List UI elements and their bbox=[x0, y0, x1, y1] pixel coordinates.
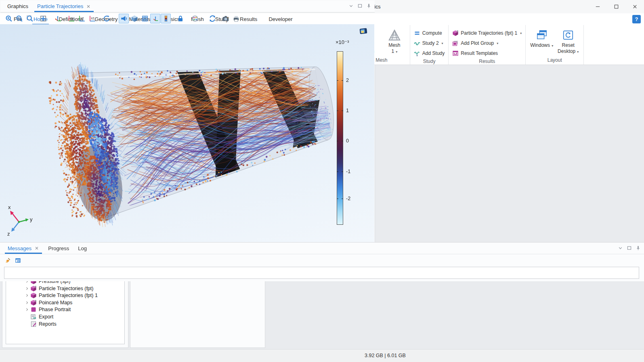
chevron-down-icon: ▾ bbox=[497, 42, 498, 45]
tab-messages[interactable]: Messages bbox=[3, 243, 44, 254]
result-templates-icon bbox=[452, 50, 459, 56]
svg-text:xz: xz bbox=[91, 16, 94, 20]
tree-item-reports[interactable]: Reports bbox=[6, 320, 124, 328]
plot-group-cube-icon bbox=[452, 30, 459, 36]
windows-icon bbox=[536, 28, 548, 42]
svg-text:xy: xy bbox=[70, 16, 73, 20]
view-grid-icon[interactable] bbox=[140, 14, 150, 23]
minimize-button[interactable] bbox=[588, 0, 607, 13]
graphics-tab-bar: GraphicsParticle Trajectories bbox=[0, 0, 375, 13]
tab-particle-trajectories[interactable]: Particle Trajectories bbox=[33, 0, 95, 12]
tree-item-particle-trajectories-fpt-[interactable]: Particle Trajectories (fpt) bbox=[6, 285, 124, 292]
ribbon-button-reset-desktop[interactable]: ResetDesktop ▾ bbox=[556, 27, 581, 54]
ribbon-group-label: Layout bbox=[529, 57, 581, 65]
ribbon-group-study: ComputeStudy 2▾Add StudyStudy bbox=[410, 25, 449, 65]
lock-view-icon[interactable] bbox=[175, 14, 185, 23]
graphics-canvas[interactable]: ×10⁻³ 210-1-2 x y z bbox=[0, 24, 374, 242]
add-plot-group-icon bbox=[452, 40, 459, 46]
clear-log-icon[interactable] bbox=[5, 257, 11, 264]
tree-item-phase-portrait[interactable]: Phase Portrait bbox=[6, 306, 124, 314]
close-button[interactable] bbox=[625, 0, 644, 13]
ribbon-button-compute[interactable]: Compute bbox=[413, 28, 443, 38]
scene-light-icon[interactable] bbox=[129, 14, 139, 23]
messages-panel: MessagesProgressLog bbox=[0, 242, 644, 281]
close-icon[interactable] bbox=[34, 246, 39, 251]
zoom-extents-icon[interactable] bbox=[38, 14, 48, 23]
print-icon[interactable] bbox=[231, 14, 241, 23]
image-snapshot-icon[interactable] bbox=[220, 14, 231, 23]
pin-icon[interactable] bbox=[366, 3, 371, 8]
tab-graphics[interactable]: Graphics bbox=[3, 0, 33, 12]
caret-icon[interactable] bbox=[618, 245, 623, 251]
zoom-out-icon[interactable] bbox=[14, 14, 24, 23]
svg-text:yz: yz bbox=[80, 16, 84, 20]
tab-label: Messages bbox=[8, 245, 31, 251]
status-bar: 3.92 GB | 6.01 GB bbox=[0, 349, 644, 362]
tree-item-particle-trajectories-fpt-1[interactable]: Particle Trajectories (fpt) 1 bbox=[6, 292, 124, 299]
zoom-box-icon[interactable] bbox=[25, 14, 35, 23]
messages-output[interactable] bbox=[4, 267, 639, 279]
close-icon[interactable] bbox=[86, 4, 91, 9]
ribbon-group-label: Results bbox=[451, 58, 522, 65]
chevron-right-icon[interactable] bbox=[24, 293, 30, 297]
update-plot-icon[interactable] bbox=[207, 14, 217, 23]
float-icon[interactable] bbox=[357, 3, 363, 8]
messages-tab-bar: MessagesProgressLog bbox=[0, 243, 644, 254]
trajectories-3d-plot[interactable] bbox=[0, 24, 374, 242]
float-icon[interactable] bbox=[627, 245, 632, 251]
phase-portrait-icon bbox=[30, 306, 37, 313]
ribbon-button-study-2[interactable]: Study 2▾ bbox=[413, 38, 444, 48]
colorbar-exponent: ×10⁻³ bbox=[336, 39, 349, 45]
svg-text:y: y bbox=[30, 216, 33, 222]
menu-developer[interactable]: Developer bbox=[263, 13, 298, 25]
help-icon[interactable]: ? bbox=[632, 15, 641, 23]
panel-controls bbox=[348, 3, 371, 8]
ribbon-button-add-study[interactable]: Add Study bbox=[413, 48, 445, 58]
colorbar-tick-mark bbox=[342, 172, 343, 172]
ribbon-button-add-plot-group[interactable]: Add Plot Group▾ bbox=[451, 38, 499, 48]
plot-group-cube-icon bbox=[30, 285, 37, 292]
log-window-icon[interactable] bbox=[15, 257, 21, 264]
colorbar-tick-mark bbox=[337, 172, 338, 172]
tree-item-poincar-maps[interactable]: Poincaré Maps bbox=[6, 299, 124, 306]
plot-thumbnail-icon[interactable] bbox=[359, 27, 368, 36]
zoom-in-icon[interactable] bbox=[4, 14, 14, 23]
colorbar-tick-mark bbox=[337, 111, 338, 111]
add-study-icon bbox=[414, 50, 420, 56]
rotate-icon[interactable] bbox=[101, 14, 111, 23]
chevron-right-icon[interactable] bbox=[24, 301, 30, 305]
tree-item-export[interactable]: Export bbox=[6, 313, 124, 320]
environment-icon[interactable] bbox=[190, 14, 200, 23]
colorbar-tick-label: -2 bbox=[346, 196, 350, 201]
chevron-down-icon: ▾ bbox=[395, 50, 397, 54]
view-yz-icon[interactable]: yz bbox=[76, 14, 86, 23]
tab-log[interactable]: Log bbox=[73, 243, 91, 254]
maximize-button[interactable] bbox=[607, 0, 625, 13]
svg-text:x: x bbox=[8, 204, 11, 210]
caret-icon[interactable] bbox=[348, 3, 354, 8]
ribbon-button-mesh-1[interactable]: Mesh1 ▾ bbox=[382, 27, 407, 54]
ribbon-group-layout: Windows ▾ResetDesktop ▾Layout bbox=[526, 25, 584, 65]
default-view-icon[interactable] bbox=[52, 14, 63, 23]
panel-controls bbox=[618, 245, 641, 251]
colorbar-tick-mark bbox=[342, 141, 343, 141]
colorbar-tick-label: 1 bbox=[346, 108, 349, 113]
compute-icon bbox=[414, 30, 420, 36]
axis-orientation-icon[interactable] bbox=[150, 14, 160, 23]
chevron-right-icon[interactable] bbox=[24, 308, 30, 312]
chevron-right-icon[interactable] bbox=[24, 287, 30, 291]
ribbon-button-windows[interactable]: Windows ▾ bbox=[529, 27, 555, 48]
transparency-icon[interactable] bbox=[119, 14, 129, 23]
colorbar-tick-label: 2 bbox=[346, 77, 349, 83]
ribbon-button-result-templates[interactable]: Result Templates bbox=[451, 48, 499, 58]
pin-icon[interactable] bbox=[636, 245, 641, 251]
view-xz-icon[interactable]: xz bbox=[87, 14, 97, 23]
ribbon-group-label: Study bbox=[413, 58, 445, 65]
chevron-down-icon: ▾ bbox=[576, 50, 579, 54]
ribbon-button-particle-trajectories-fpt-1[interactable]: Particle Trajectories (fpt) 1▾ bbox=[451, 28, 522, 38]
color-legend-icon[interactable] bbox=[161, 14, 171, 23]
view-xy-icon[interactable]: xy bbox=[66, 14, 76, 23]
plot-group-cube-icon bbox=[30, 299, 37, 306]
colorbar-tick-mark bbox=[337, 199, 338, 199]
tab-progress[interactable]: Progress bbox=[44, 243, 73, 254]
